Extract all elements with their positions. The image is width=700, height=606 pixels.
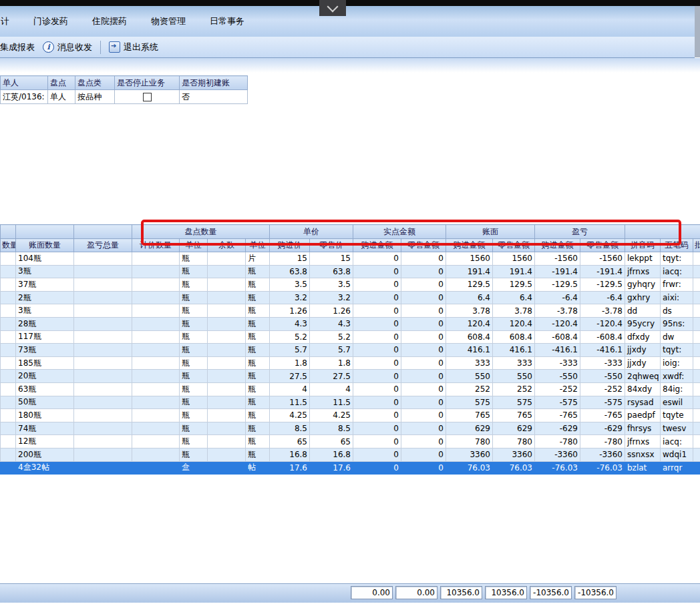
cell[interactable] [132, 291, 180, 304]
cell[interactable]: 瓶 [180, 304, 208, 318]
cell[interactable] [693, 435, 700, 448]
cell[interactable] [1, 317, 16, 330]
menu-item-2[interactable]: 住院摆药 [90, 14, 130, 29]
cell[interactable]: 1.8 [270, 356, 310, 370]
cell[interactable]: -765 [580, 409, 625, 422]
cell[interactable] [74, 356, 132, 370]
cell[interactable] [693, 278, 700, 292]
cell[interactable]: rsysad [625, 396, 661, 409]
cell[interactable]: jfrnxs [625, 265, 661, 278]
cell[interactable]: 191.4 [446, 265, 493, 278]
cell[interactable]: 16.8 [310, 448, 353, 461]
cell[interactable]: 17.6 [270, 461, 310, 475]
menu-item-3[interactable]: 物资管理 [148, 14, 188, 29]
cell[interactable]: 3360 [493, 448, 535, 461]
cell[interactable] [1, 356, 16, 370]
cell[interactable]: dd [625, 304, 661, 318]
menu-item-4[interactable]: 日常事务 [207, 14, 247, 29]
cell[interactable]: 瓶 [246, 265, 270, 278]
cell[interactable]: 0 [401, 252, 446, 266]
cell[interactable] [132, 304, 180, 318]
cell[interactable]: 252 [493, 382, 535, 396]
cell[interactable]: jfrnxs [625, 435, 661, 448]
cell[interactable]: 2qhweq [625, 370, 661, 383]
cell[interactable]: 帖 [246, 461, 270, 475]
cell[interactable] [74, 265, 132, 278]
cell[interactable]: 0 [353, 356, 401, 370]
cell[interactable] [1, 396, 16, 409]
cell[interactable]: 4.25 [270, 409, 310, 422]
menu-item-1[interactable]: 门诊发药 [31, 14, 71, 29]
column-header-3[interactable]: 计价数量 [132, 239, 180, 252]
cell[interactable]: 5.2 [310, 330, 353, 344]
cell[interactable]: 27.5 [270, 370, 310, 383]
cell[interactable]: -191.4 [580, 265, 625, 278]
cell[interactable]: 1560 [493, 252, 535, 266]
cell[interactable]: 瓶 [246, 396, 270, 409]
table-row[interactable]: 3瓶瓶瓶63.863.800191.4191.4-191.4-191.4jfrn… [1, 265, 700, 278]
integrated-report-button[interactable]: 集成报表 [0, 39, 39, 55]
cell[interactable] [693, 356, 700, 370]
cell[interactable] [1, 422, 16, 435]
column-header-14[interactable]: 零售金额 [580, 239, 625, 252]
cell[interactable]: 瓶 [180, 344, 208, 357]
table-row[interactable]: 2瓶瓶瓶3.23.2006.46.4-6.4-6.4gxhryaixi: [1, 291, 700, 304]
cell[interactable]: -3.78 [580, 304, 625, 318]
cell[interactable] [208, 370, 246, 383]
cell[interactable]: 252 [446, 382, 493, 396]
cell[interactable]: -252 [580, 382, 625, 396]
cell[interactable] [132, 435, 180, 448]
cell[interactable]: -575 [580, 396, 625, 409]
cell[interactable]: -129.5 [535, 278, 580, 292]
cell[interactable]: 63.8 [310, 265, 353, 278]
cell[interactable] [693, 291, 700, 304]
cell[interactable]: dfxdy [625, 330, 661, 344]
table-row[interactable]: 28瓶瓶瓶4.34.300120.4120.4-120.4-120.495ycr… [1, 317, 700, 330]
cell[interactable]: ds [661, 304, 693, 318]
cell[interactable] [208, 356, 246, 370]
cell[interactable]: 6.4 [446, 291, 493, 304]
cell[interactable]: 0 [353, 435, 401, 448]
table-row[interactable]: 117瓶瓶瓶5.25.200608.4608.4-608.4-608.4dfxd… [1, 330, 700, 344]
cell[interactable]: 瓶 [180, 382, 208, 396]
menu-item-0[interactable]: 计 [0, 14, 12, 29]
cell[interactable] [208, 382, 246, 396]
cell[interactable]: 629 [446, 422, 493, 435]
cell[interactable]: frwr: [661, 278, 693, 292]
cell[interactable]: -629 [580, 422, 625, 435]
cell[interactable]: 5.2 [270, 330, 310, 344]
cell[interactable]: -76.03 [535, 461, 580, 475]
cell[interactable]: 120.4 [446, 317, 493, 330]
message-button[interactable]: i 消息收发 [39, 39, 96, 55]
cell[interactable]: wdqi1 [661, 448, 693, 461]
cell[interactable] [132, 356, 180, 370]
cell[interactable] [693, 317, 700, 330]
cell[interactable]: 0 [401, 422, 446, 435]
cell[interactable]: -608.4 [580, 330, 625, 344]
cell[interactable]: 瓶 [246, 317, 270, 330]
cell[interactable]: 73瓶 [16, 344, 74, 357]
cell[interactable]: 瓶 [246, 344, 270, 357]
cell[interactable]: 0 [353, 291, 401, 304]
cell[interactable]: 11.5 [310, 396, 353, 409]
cell[interactable]: 瓶 [180, 252, 208, 266]
cell[interactable]: 片 [246, 252, 270, 266]
cell[interactable]: 3.5 [270, 278, 310, 292]
cell[interactable]: 瓶 [246, 382, 270, 396]
cell[interactable] [74, 435, 132, 448]
cell[interactable]: 0 [353, 344, 401, 357]
cell[interactable] [132, 317, 180, 330]
cell[interactable]: 333 [446, 356, 493, 370]
column-header-0[interactable]: 数量 [1, 239, 16, 252]
table-row[interactable]: 185瓶瓶瓶1.81.800333333-333-333jjxdyioig: [1, 356, 700, 370]
table-row[interactable]: 3瓶瓶瓶1.261.26003.783.78-3.78-3.78ddds [1, 304, 700, 318]
cell[interactable]: 瓶 [180, 356, 208, 370]
column-header-17[interactable]: 批 [693, 239, 700, 252]
cell[interactable]: 4 [270, 382, 310, 396]
cell[interactable] [132, 448, 180, 461]
cell[interactable] [693, 330, 700, 344]
cell[interactable]: 129.5 [493, 278, 535, 292]
cell[interactable] [208, 252, 246, 266]
cell[interactable]: 3.2 [310, 291, 353, 304]
cell[interactable]: -252 [535, 382, 580, 396]
